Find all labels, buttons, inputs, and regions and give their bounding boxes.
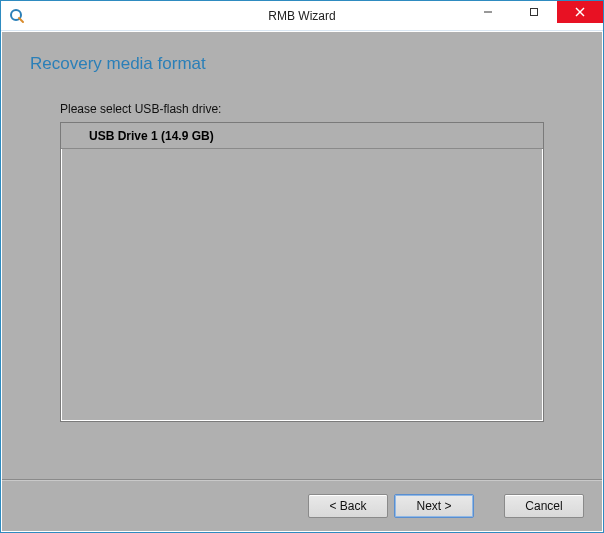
minimize-button[interactable] — [465, 1, 511, 23]
wizard-window: RMB Wizard Recovery media format Please … — [0, 0, 604, 533]
maximize-button[interactable] — [511, 1, 557, 23]
app-icon — [9, 8, 25, 24]
cancel-button[interactable]: Cancel — [504, 494, 584, 518]
next-button[interactable]: Next > — [394, 494, 474, 518]
titlebar[interactable]: RMB Wizard — [1, 1, 603, 31]
close-button[interactable] — [557, 1, 603, 23]
window-controls — [465, 1, 603, 23]
svg-rect-3 — [531, 9, 538, 16]
drive-label: USB Drive 1 (14.9 GB) — [89, 129, 214, 143]
wizard-button-row: < Back Next > Cancel — [2, 479, 602, 531]
svg-line-1 — [19, 18, 23, 22]
prompt-label: Please select USB-flash drive: — [60, 102, 586, 116]
client-area: Recovery media format Please select USB-… — [1, 31, 603, 532]
cancel-label: Cancel — [525, 499, 562, 513]
content-area: Recovery media format Please select USB-… — [2, 32, 602, 479]
page-heading: Recovery media format — [30, 54, 586, 74]
drive-list-item[interactable]: USB Drive 1 (14.9 GB) — [61, 123, 543, 149]
drive-listbox[interactable]: USB Drive 1 (14.9 GB) — [60, 122, 544, 422]
back-button[interactable]: < Back — [308, 494, 388, 518]
